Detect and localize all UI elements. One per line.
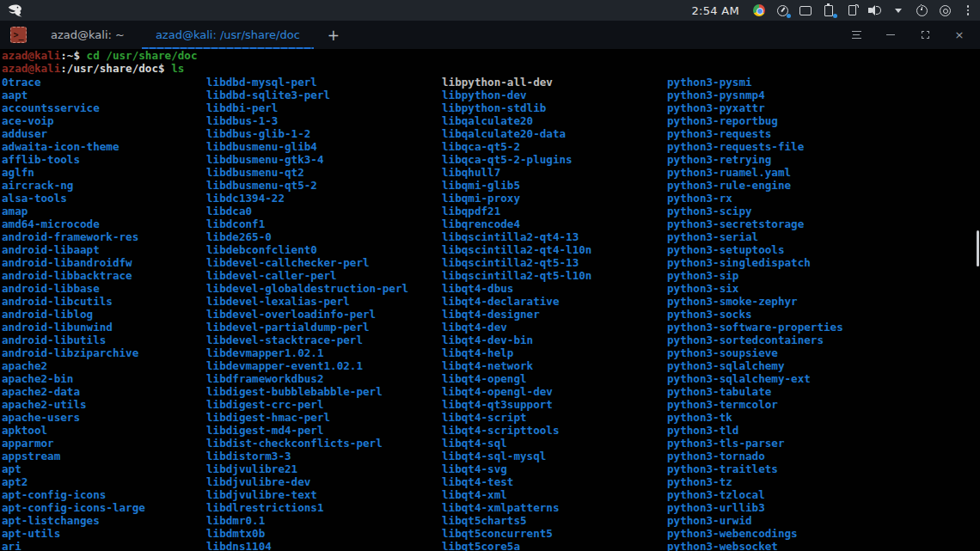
listing-item: libpython-stdlib — [442, 101, 591, 114]
listing-item: android-liblog — [2, 308, 145, 321]
close-button[interactable]: × — [952, 28, 966, 42]
listing-item: libdbus-glib-1-2 — [206, 127, 408, 140]
listing-item: python3-reportbug — [667, 114, 843, 127]
listing-item: python3-requests-file — [667, 140, 843, 153]
power-icon[interactable] — [938, 3, 952, 17]
listing-item: android-libcutils — [2, 295, 145, 308]
listing-item: python3-sqlalchemy-ext — [667, 372, 843, 385]
terminal-app-icon[interactable]: >_ — [10, 27, 27, 43]
tab-home[interactable]: azad@kali: ~ — [35, 21, 140, 49]
listing-item: libdmtx0b — [206, 527, 408, 540]
listing-item: libqt4-opengl — [442, 372, 591, 385]
scrollbar-thumb[interactable] — [977, 230, 979, 266]
listing-item: amd64-microcode — [2, 217, 145, 230]
listing-item: aircrack-ng — [2, 179, 145, 192]
listing-item: libqt4-network — [442, 359, 591, 372]
clock[interactable]: 2:54 AM — [691, 4, 739, 17]
prompt-line-2: azad@kali:/usr/share/doc$ ls — [0, 62, 980, 75]
clipboard-icon[interactable] — [822, 3, 836, 17]
listing-item: libqt4-xmlpatterns — [442, 501, 591, 514]
listing-item: apt-utils — [2, 527, 145, 540]
menu-dots-icon[interactable] — [961, 3, 975, 17]
listing-item: libqrencode4 — [442, 217, 591, 230]
power-manager-icon[interactable] — [915, 3, 928, 17]
listing-item: libdns1104 — [206, 540, 408, 551]
listing-item: python3-pysnmp4 — [667, 89, 843, 101]
listing-item: libdmr0.1 — [206, 514, 408, 527]
listing-item: libqt4-test — [442, 475, 591, 488]
listing-item: libdjvulibre21 — [206, 462, 408, 475]
command-text: cd /usr/share/doc — [87, 49, 198, 62]
listing-item: ari — [2, 540, 145, 551]
listing-item: libdevel-callchecker-perl — [206, 256, 408, 269]
listing-item: python3-urllib3 — [667, 501, 843, 514]
listing-item: libdbusmenu-gtk3-4 — [206, 153, 408, 166]
prompt-user: azad@kali — [2, 62, 60, 75]
prompt-line-1: azad@kali:~$ cd /usr/share/doc — [0, 49, 980, 62]
mobile-signal-icon[interactable] — [845, 3, 859, 17]
listing-item: android-libbacktrace — [2, 269, 145, 282]
listing-item: python3-ruamel.yaml — [667, 166, 843, 179]
listing-item: apt2 — [2, 475, 145, 488]
display-icon[interactable] — [799, 3, 812, 17]
listing-item: libdigest-hmac-perl — [206, 411, 408, 424]
listing-item: libdbd-mysql-perl — [206, 76, 408, 89]
listing-item: libdebconfclient0 — [206, 243, 408, 256]
listing-item: apktool — [2, 424, 145, 437]
listing-item: python3-sortedcontainers — [667, 334, 843, 346]
maximize-button[interactable] — [918, 28, 932, 42]
listing-item: libdbus-1-3 — [206, 114, 408, 127]
listing-item: libdbd-sqlite3-perl — [206, 89, 408, 101]
listing-item: libdframeworkdbus2 — [206, 372, 408, 385]
prompt-user: azad@kali — [2, 49, 60, 62]
listing-item: apache2 — [2, 359, 145, 372]
listing-item: android-framework-res — [2, 230, 145, 243]
listing-item: android-libunwind — [2, 321, 145, 334]
listing-item: libqt4-opengl-dev — [442, 385, 591, 398]
listing-item: apache2-bin — [2, 372, 145, 385]
listing-item: libdigest-bubblebabble-perl — [206, 385, 408, 398]
listing-item: aglfn — [2, 166, 145, 179]
listing-item: libqt4-help — [442, 346, 591, 359]
listing-item: python3-requests — [667, 127, 843, 140]
listing-column: 0traceaaptaccountsserviceace-voipadduser… — [2, 76, 145, 551]
listing-item: python3-pysmi — [667, 76, 843, 89]
listing-item: python3-singledispatch — [667, 256, 843, 269]
listing-item: libdlrestrictions1 — [206, 501, 408, 514]
listing-item: libdjvulibre-dev — [206, 475, 408, 488]
screenshot-tool-icon[interactable] — [775, 3, 789, 17]
listing-item: libqscintilla2-qt4-13 — [442, 230, 591, 243]
listing-item: aapt — [2, 89, 145, 101]
listing-item: android-libaapt — [2, 243, 145, 256]
listing-item: libqt4-sql — [442, 437, 591, 450]
new-tab-button[interactable]: + — [315, 21, 352, 49]
listing-item: libdc1394-22 — [206, 192, 408, 205]
listing-item: libqt4-svg — [442, 462, 591, 475]
listing-item: python3-tls-parser — [667, 437, 843, 450]
listing-item: python3-retrying — [667, 153, 843, 166]
chevron-down-icon[interactable] — [891, 3, 905, 17]
desktop-panel: 2:54 AM — [0, 0, 980, 21]
volume-icon[interactable] — [868, 4, 882, 16]
listing-item: python3-sqlalchemy — [667, 359, 843, 372]
listing-item: apache2-data — [2, 385, 145, 398]
listing-item: libqscintilla2-qt5-13 — [442, 256, 591, 269]
listing-item: python3-six — [667, 282, 843, 295]
listing-item: afflib-tools — [2, 153, 145, 166]
listing-item: python3-scipy — [667, 205, 843, 217]
kali-logo-icon[interactable] — [7, 3, 24, 18]
listing-item: libqalculate20-data — [442, 127, 591, 140]
listing-item: python3-tz — [667, 475, 843, 488]
tab-usr-share-doc[interactable]: azad@kali: /usr/share/doc — [140, 21, 315, 49]
minimize-button[interactable] — [884, 28, 897, 42]
listing-item: libdevel-overloadinfo-perl — [206, 308, 408, 321]
listing-item: libdconf1 — [206, 217, 408, 230]
listing-item: libqca-qt5-2 — [442, 140, 591, 153]
terminal-viewport[interactable]: azad@kali:~$ cd /usr/share/doc azad@kali… — [0, 49, 980, 551]
listing-item: android-libandroidfw — [2, 256, 145, 269]
listing-item: apache-users — [2, 411, 145, 424]
chrome-icon[interactable] — [752, 3, 766, 17]
listing-item: libqt5core5a — [442, 540, 591, 551]
listing-item: libdbusmenu-glib4 — [206, 140, 408, 153]
menu-icon[interactable] — [849, 28, 863, 42]
